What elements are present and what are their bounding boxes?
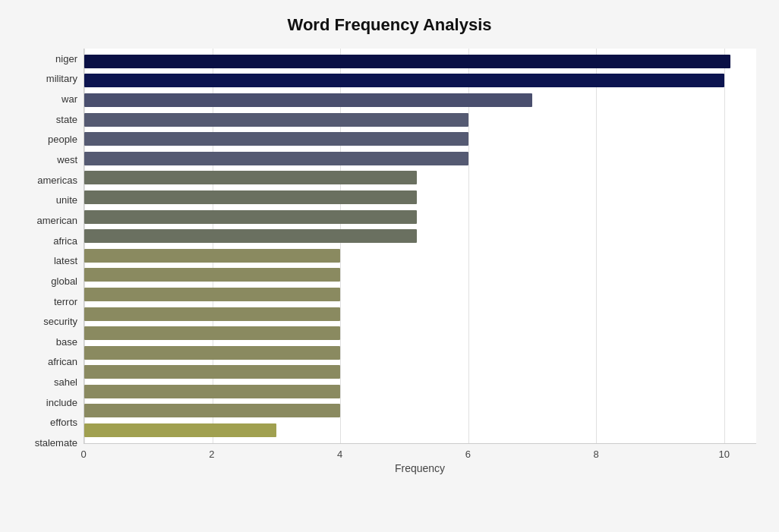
x-axis-label: Frequency bbox=[84, 462, 756, 474]
y-axis: nigermilitarywarstatepeoplewestamericasu… bbox=[23, 49, 84, 474]
bar-row-latest bbox=[84, 246, 756, 266]
bar-row-people bbox=[84, 129, 756, 149]
x-tick-8: 8 bbox=[588, 449, 604, 460]
bar-include bbox=[84, 385, 340, 398]
y-label-stalemate: stalemate bbox=[35, 438, 77, 448]
y-label-people: people bbox=[48, 134, 77, 144]
bar-niger bbox=[84, 55, 730, 68]
bar-american bbox=[84, 210, 417, 224]
bar-row-security bbox=[84, 304, 756, 324]
bar-row-state bbox=[84, 110, 756, 130]
bar-row-war bbox=[84, 90, 756, 110]
bar-row-niger bbox=[84, 52, 756, 71]
y-label-west: west bbox=[57, 155, 77, 165]
bar-base bbox=[84, 326, 340, 340]
bar-row-global bbox=[84, 266, 756, 285]
bars-and-xaxis: 0246810 Frequency bbox=[84, 49, 756, 474]
chart-area: nigermilitarywarstatepeoplewestamericasu… bbox=[23, 49, 756, 474]
y-label-niger: niger bbox=[55, 54, 77, 64]
bar-row-base bbox=[84, 323, 756, 343]
bar-row-efforts bbox=[84, 401, 756, 421]
bar-row-unite bbox=[84, 187, 756, 207]
bar-row-sahel bbox=[84, 363, 756, 382]
bar-terror bbox=[84, 288, 340, 301]
y-label-sahel: sahel bbox=[54, 377, 77, 387]
bar-african bbox=[84, 346, 340, 360]
bar-row-american bbox=[84, 207, 756, 227]
chart-container: Word Frequency Analysis nigermilitarywar… bbox=[0, 0, 779, 532]
y-label-africa: africa bbox=[53, 236, 77, 246]
bar-row-terror bbox=[84, 285, 756, 304]
x-axis: 0246810 bbox=[84, 444, 756, 459]
y-label-unite: unite bbox=[56, 195, 77, 205]
y-label-security: security bbox=[43, 316, 77, 326]
bar-efforts bbox=[84, 404, 340, 417]
y-label-global: global bbox=[51, 276, 77, 286]
bar-global bbox=[84, 268, 340, 282]
x-tick-0: 0 bbox=[76, 449, 91, 460]
bar-security bbox=[84, 307, 340, 321]
bar-state bbox=[84, 113, 468, 127]
bar-row-west bbox=[84, 149, 756, 168]
x-tick-6: 6 bbox=[460, 449, 475, 460]
chart-title: Word Frequency Analysis bbox=[23, 15, 756, 35]
bar-west bbox=[84, 152, 468, 165]
bar-row-include bbox=[84, 382, 756, 401]
x-tick-2: 2 bbox=[204, 449, 219, 460]
y-label-american: american bbox=[37, 216, 77, 225]
bar-unite bbox=[84, 190, 417, 204]
bar-sahel bbox=[84, 365, 340, 379]
y-label-terror: terror bbox=[54, 297, 77, 307]
y-label-base: base bbox=[56, 337, 77, 347]
y-label-include: include bbox=[46, 398, 77, 408]
x-tick-10: 10 bbox=[717, 449, 732, 460]
bar-latest bbox=[84, 249, 340, 263]
bar-row-africa bbox=[84, 226, 756, 246]
bars-inner bbox=[84, 49, 756, 443]
y-label-african: african bbox=[48, 357, 77, 367]
bar-military bbox=[84, 74, 724, 87]
y-label-military: military bbox=[46, 74, 77, 83]
x-tick-4: 4 bbox=[333, 449, 348, 460]
bars-area bbox=[84, 49, 756, 444]
bar-row-stalemate bbox=[84, 420, 756, 440]
bar-africa bbox=[84, 229, 417, 243]
bar-war bbox=[84, 93, 532, 107]
y-label-latest: latest bbox=[54, 256, 77, 266]
bar-row-african bbox=[84, 343, 756, 363]
bar-americas bbox=[84, 171, 417, 184]
y-label-state: state bbox=[56, 115, 77, 124]
bar-people bbox=[84, 132, 468, 146]
y-label-efforts: efforts bbox=[50, 417, 77, 427]
bar-row-americas bbox=[84, 168, 756, 188]
y-label-war: war bbox=[62, 94, 77, 104]
bar-stalemate bbox=[84, 423, 276, 437]
bar-row-military bbox=[84, 71, 756, 91]
y-label-americas: americas bbox=[37, 175, 77, 185]
